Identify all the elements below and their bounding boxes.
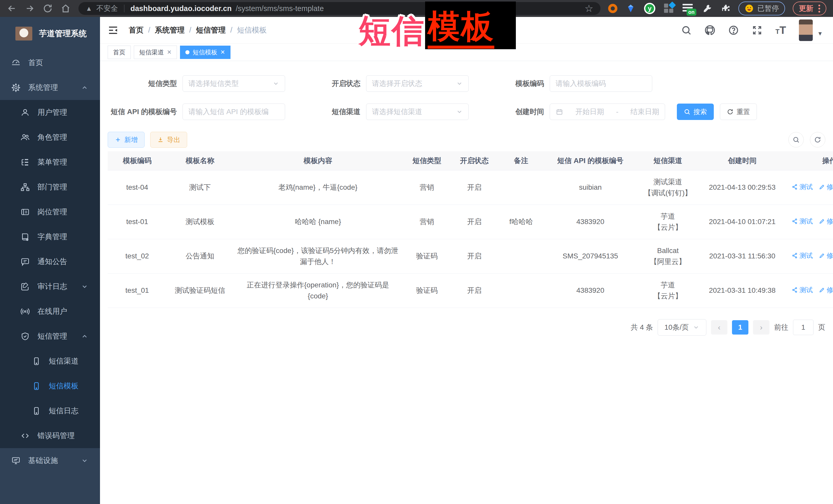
cell-api-id: 4383920 (545, 205, 636, 239)
sms-type-select[interactable]: 请选择短信类型 (183, 75, 285, 92)
sidebar-item-infrastructure[interactable]: 基础设施 (0, 448, 100, 473)
goto-page-input[interactable] (793, 320, 813, 335)
tab-sms-template[interactable]: 短信模板 ✕ (180, 46, 230, 59)
edit-link[interactable]: 修改 (819, 250, 833, 261)
fullscreen-icon[interactable] (752, 25, 762, 35)
extension-grid-icon[interactable] (664, 4, 674, 13)
table-header-row: 模板编码 模板名称 模板内容 短信类型 开启状态 备注 短信 API 的模板编号… (108, 151, 833, 170)
pagination: 共 4 条 10条/页 ‹ 1 › 前往 页 (108, 319, 825, 336)
sidebar-item-sms-mgmt[interactable]: 短信管理 (0, 324, 100, 349)
create-time-range-picker[interactable]: 开始日期 - 结束日期 (550, 103, 665, 120)
pencil-icon (819, 287, 825, 293)
sidebar-item-online-users[interactable]: 在线用户 (0, 299, 100, 324)
browser-update-chip[interactable]: 更新 (793, 2, 826, 16)
test-link[interactable]: 测试 (792, 285, 813, 295)
user-avatar[interactable] (799, 20, 813, 41)
avatar-caret-icon[interactable]: ▾ (818, 29, 822, 38)
pencil-icon (819, 253, 825, 259)
browser-menu-icon[interactable] (817, 5, 820, 13)
sms-template-table: 模板编码 模板名称 模板内容 短信类型 开启状态 备注 短信 API 的模板编号… (108, 151, 833, 308)
bookmark-star-icon[interactable]: ☆ (585, 4, 593, 13)
sidebar-item-audit-log[interactable]: 审计日志 (0, 274, 100, 299)
table-row: test_02 公告通知 您的验证码{code}，该验证码5分钟内有效，请勿泄漏… (108, 239, 833, 273)
sidebar-item-user-mgmt[interactable]: 用户管理 (0, 100, 100, 125)
github-icon[interactable] (705, 25, 715, 35)
sidebar-item-dept-mgmt[interactable]: 部门管理 (0, 174, 100, 199)
address-bar[interactable]: ▲ 不安全 dashboard.yudao.iocoder.cn/system/… (78, 2, 600, 15)
export-button[interactable]: 导出 (150, 132, 187, 148)
table-refresh-button[interactable] (810, 132, 825, 147)
phone-icon (32, 357, 41, 366)
browser-back-icon[interactable] (7, 3, 17, 14)
chevron-down-icon (81, 457, 88, 464)
sidebar-item-menu-mgmt[interactable]: 菜单管理 (0, 150, 100, 174)
tab-close-icon[interactable]: ✕ (167, 49, 171, 56)
font-size-icon[interactable]: TT (775, 25, 786, 35)
current-page-button[interactable]: 1 (732, 320, 748, 335)
message-icon (21, 257, 30, 266)
broadcast-icon (21, 307, 30, 316)
search-button-label: 搜索 (693, 107, 707, 116)
browser-toolbar: ▲ 不安全 dashboard.yudao.iocoder.cn/system/… (0, 0, 833, 17)
sidebar-item-error-code[interactable]: 错误码管理 (0, 423, 100, 448)
extension-y-icon[interactable]: y (644, 3, 655, 14)
sidebar-item-post-mgmt[interactable]: 岗位管理 (0, 199, 100, 224)
header-search-icon[interactable] (681, 25, 692, 35)
search-icon (792, 136, 800, 143)
sidebar-item-sms-template[interactable]: 短信模板 (0, 374, 100, 399)
app-logo-row[interactable]: 芋道管理系统 (0, 17, 100, 50)
breadcrumb-item[interactable]: 短信管理 (196, 25, 225, 35)
profile-paused-chip[interactable]: 已暂停 (738, 2, 785, 16)
cell-status: 开启 (451, 239, 497, 273)
add-button[interactable]: 新增 (108, 132, 145, 148)
page-size-select[interactable]: 10条/页 (658, 319, 706, 336)
extension-puzzle-icon[interactable] (721, 4, 731, 13)
reset-button[interactable]: 重置 (720, 103, 757, 120)
cell-remark (497, 170, 545, 205)
api-template-id-input[interactable] (188, 104, 279, 120)
edit-link[interactable]: 修改 (819, 216, 833, 226)
sidebar-item-system-mgmt[interactable]: 系统管理 (0, 75, 100, 100)
sms-type-label: 短信类型 (108, 79, 183, 89)
edit-link[interactable]: 修改 (819, 182, 833, 192)
sidebar-item-home[interactable]: 首页 (0, 50, 100, 75)
search-button[interactable]: 搜索 (677, 103, 714, 120)
sidebar-item-role-mgmt[interactable]: 角色管理 (0, 125, 100, 150)
prev-page-button[interactable]: ‹ (711, 320, 728, 335)
extension-wrench-icon[interactable] (703, 4, 712, 13)
browser-forward-icon[interactable] (25, 3, 35, 14)
sidebar-item-label: 错误码管理 (38, 431, 75, 441)
extension-list-icon[interactable]: on (683, 3, 694, 14)
sidebar-item-sms-channel[interactable]: 短信渠道 (0, 349, 100, 374)
export-button-label: 导出 (167, 135, 180, 144)
edit-link[interactable]: 修改 (819, 285, 833, 295)
sidebar-collapse-icon[interactable] (108, 25, 118, 35)
tab-label: 首页 (113, 48, 125, 56)
tab-close-icon[interactable]: ✕ (220, 49, 225, 56)
breadcrumb-item[interactable]: 首页 (129, 25, 144, 35)
table-search-toggle-button[interactable] (788, 132, 804, 147)
test-link[interactable]: 测试 (792, 250, 813, 261)
tab-home[interactable]: 首页 (108, 46, 131, 59)
extension-ring-icon[interactable] (608, 4, 617, 13)
gear-icon (11, 83, 21, 92)
test-link[interactable]: 测试 (792, 182, 813, 192)
sidebar-item-notice[interactable]: 通知公告 (0, 249, 100, 274)
sms-channel-select[interactable]: 请选择短信渠道 (366, 103, 469, 120)
sidebar-item-sms-log[interactable]: 短信日志 (0, 399, 100, 423)
chevron-down-icon (81, 283, 88, 290)
date-separator: - (616, 108, 618, 116)
cell-content: 老鸡{name}，牛逼{code} (233, 170, 403, 205)
browser-home-icon[interactable] (61, 3, 71, 14)
template-code-input[interactable] (555, 76, 646, 92)
browser-reload-icon[interactable] (43, 3, 53, 14)
sidebar-item-label: 用户管理 (38, 107, 67, 118)
tab-sms-channel[interactable]: 短信渠道 ✕ (134, 46, 177, 59)
sidebar-item-dict-mgmt[interactable]: 字典管理 (0, 224, 100, 249)
test-link[interactable]: 测试 (792, 216, 813, 226)
help-icon[interactable] (728, 25, 739, 35)
next-page-button[interactable]: › (753, 320, 769, 335)
extension-gem-icon[interactable] (626, 4, 635, 13)
status-select[interactable]: 请选择开启状态 (366, 75, 469, 92)
breadcrumb-item[interactable]: 系统管理 (155, 25, 185, 35)
